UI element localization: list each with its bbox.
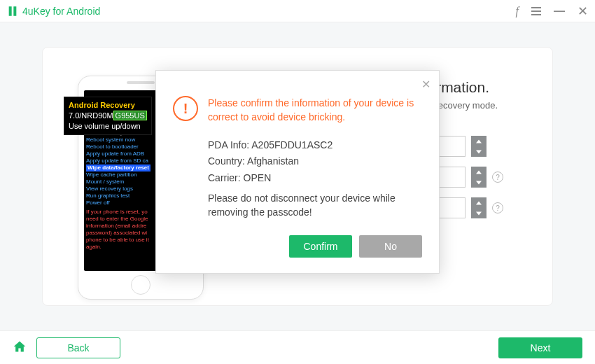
title-bar: 4uKey for Android f — ✕ (0, 0, 595, 22)
carrier-value: OPEN (244, 172, 272, 183)
spin-buttons[interactable] (471, 136, 486, 157)
facebook-icon[interactable]: f (516, 6, 519, 17)
banner-hint: Use volume up/down (69, 121, 147, 132)
chevron-down-icon[interactable] (471, 177, 486, 188)
country-value: Afghanistan (247, 155, 299, 167)
banner-title: Android Recovery (69, 100, 147, 111)
logo-icon (7, 6, 18, 17)
warning-message: Please confirm the information of your d… (208, 96, 422, 125)
chevron-up-icon[interactable] (471, 167, 486, 177)
footer: Back Next (0, 330, 595, 364)
spin-buttons[interactable] (471, 167, 486, 188)
confirm-button[interactable]: Confirm (289, 235, 352, 258)
next-button[interactable]: Next (498, 337, 582, 358)
recovery-banner: Android Recovery 7.0/NRD90MG955US Use vo… (64, 97, 152, 135)
spin-buttons[interactable] (471, 197, 486, 218)
chevron-up-icon[interactable] (471, 136, 486, 146)
minimize-icon[interactable]: — (554, 6, 565, 17)
app-title: 4uKey for Android (22, 6, 100, 17)
close-icon[interactable]: ✕ (421, 78, 430, 91)
app-logo: 4uKey for Android (7, 6, 100, 17)
pda-value: A205FDDU1ASC2 (251, 139, 332, 150)
chevron-down-icon[interactable] (471, 208, 486, 218)
confirm-dialog: ✕ ! Please confirm the information of yo… (155, 70, 440, 274)
home-icon[interactable] (13, 340, 27, 356)
menu-line-selected: Wipe data/factory reset (86, 164, 150, 172)
no-button[interactable]: No (359, 235, 422, 258)
warning-icon: ! (173, 96, 198, 121)
help-icon[interactable]: ? (492, 172, 503, 183)
country-label: Country: (208, 155, 245, 167)
banner-build: 7.0/NRD90MG955US (69, 111, 147, 121)
close-icon[interactable]: ✕ (578, 5, 588, 18)
device-info: PDA Info: A205FDDU1ASC2 Country: Afghani… (208, 137, 422, 220)
pda-label: PDA Info: (208, 139, 249, 150)
disconnect-note: Please do not disconnect your device whi… (208, 191, 422, 220)
menu-icon[interactable] (531, 7, 541, 15)
carrier-label: Carrier: (208, 172, 241, 183)
help-icon[interactable]: ? (492, 202, 503, 214)
chevron-up-icon[interactable] (471, 197, 486, 208)
chevron-down-icon[interactable] (471, 146, 486, 157)
back-button[interactable]: Back (36, 337, 120, 358)
